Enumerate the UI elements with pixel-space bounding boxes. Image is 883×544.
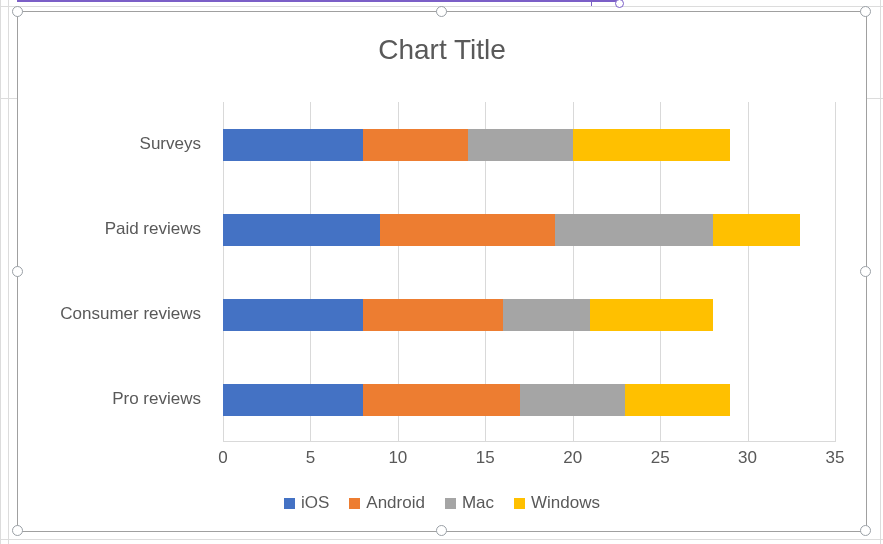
legend-swatch [445, 498, 456, 509]
resize-handle-bottom-right[interactable] [860, 525, 871, 536]
x-tick-label: 25 [640, 448, 680, 468]
bar-segment-ios[interactable] [223, 214, 380, 246]
bar-segment-android[interactable] [363, 299, 503, 331]
selection-edge-tail [591, 0, 592, 6]
legend-item-windows[interactable]: Windows [514, 493, 600, 513]
gridline [748, 102, 749, 442]
category-label: Surveys [23, 134, 213, 154]
legend-swatch [284, 498, 295, 509]
x-tick-label: 10 [378, 448, 418, 468]
legend-label: Mac [462, 493, 494, 513]
bar-segment-mac[interactable] [555, 214, 712, 246]
bar-segment-android[interactable] [380, 214, 555, 246]
resize-handle-middle-right[interactable] [860, 266, 871, 277]
resize-handle-top-middle[interactable] [436, 6, 447, 17]
legend-swatch [514, 498, 525, 509]
bar-segment-android[interactable] [363, 129, 468, 161]
bar-segment-mac[interactable] [503, 299, 590, 331]
x-tick-label: 30 [728, 448, 768, 468]
plot-area[interactable]: 05101520253035 [223, 102, 835, 442]
bar-segment-windows[interactable] [573, 129, 730, 161]
bar-segment-ios[interactable] [223, 384, 363, 416]
legend-item-ios[interactable]: iOS [284, 493, 329, 513]
y-axis-category-labels: SurveysPaid reviewsConsumer reviewsPro r… [18, 102, 213, 442]
gridline [835, 102, 836, 442]
legend[interactable]: iOSAndroidMacWindows [18, 493, 866, 513]
x-tick-label: 20 [553, 448, 593, 468]
bar-segment-ios[interactable] [223, 299, 363, 331]
x-tick-label: 35 [815, 448, 855, 468]
selection-edge-top [17, 0, 617, 2]
resize-handle-middle-left[interactable] [12, 266, 23, 277]
legend-label: Windows [531, 493, 600, 513]
x-tick-label: 15 [465, 448, 505, 468]
bar-segment-windows[interactable] [713, 214, 800, 246]
bar-segment-mac[interactable] [520, 384, 625, 416]
x-tick-label: 5 [290, 448, 330, 468]
resize-handle-top-right[interactable] [860, 6, 871, 17]
legend-label: Android [366, 493, 425, 513]
bar-segment-ios[interactable] [223, 129, 363, 161]
category-label: Paid reviews [23, 219, 213, 239]
legend-label: iOS [301, 493, 329, 513]
category-label: Pro reviews [23, 389, 213, 409]
resize-handle-bottom-middle[interactable] [436, 525, 447, 536]
x-axis-line [223, 441, 835, 442]
bar-segment-android[interactable] [363, 384, 520, 416]
x-tick-label: 0 [203, 448, 243, 468]
bar-segment-windows[interactable] [625, 384, 730, 416]
bar-segment-windows[interactable] [590, 299, 712, 331]
chart-title[interactable]: Chart Title [18, 34, 866, 66]
resize-handle-top-left[interactable] [12, 6, 23, 17]
legend-item-mac[interactable]: Mac [445, 493, 494, 513]
category-label: Consumer reviews [23, 304, 213, 324]
legend-item-android[interactable]: Android [349, 493, 425, 513]
resize-handle-bottom-left[interactable] [12, 525, 23, 536]
chart-object[interactable]: Chart Title SurveysPaid reviewsConsumer … [17, 11, 867, 532]
bar-segment-mac[interactable] [468, 129, 573, 161]
legend-swatch [349, 498, 360, 509]
